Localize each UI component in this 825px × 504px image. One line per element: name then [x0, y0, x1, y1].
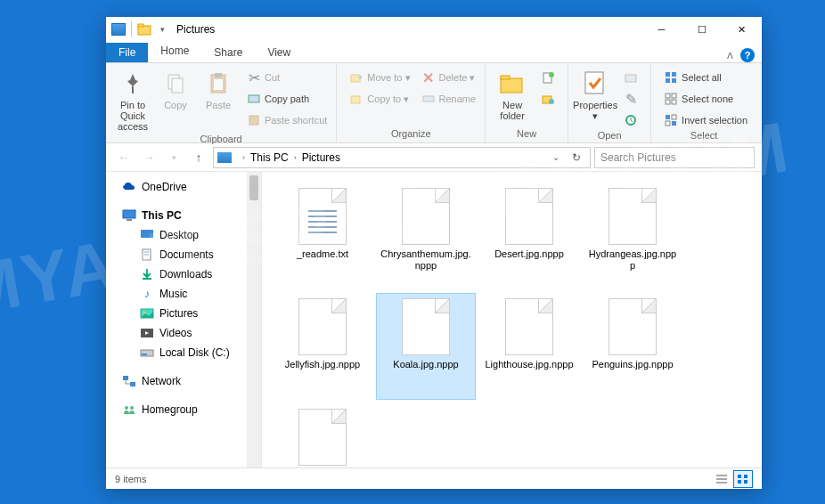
rename-button[interactable]: Rename [418, 89, 480, 109]
file-item[interactable]: Tulips.jpg.nppp [273, 403, 372, 467]
view-icons-button[interactable] [733, 470, 753, 488]
new-folder-button[interactable]: New folder [491, 68, 534, 123]
delete-button[interactable]: ✕Delete ▾ [418, 68, 480, 87]
separator [131, 21, 132, 37]
videos-icon [140, 326, 154, 340]
tab-home[interactable]: Home [148, 41, 201, 62]
path-thispc[interactable]: This PC [250, 151, 289, 164]
downloads-icon [140, 267, 154, 281]
up-button[interactable]: ↑ [188, 147, 209, 168]
new-item-icon [541, 70, 555, 85]
nav-videos[interactable]: Videos [106, 323, 261, 343]
maximize-button[interactable]: ☐ [682, 17, 722, 42]
select-all-button[interactable]: Select all [660, 68, 751, 87]
select-group-label: Select [657, 130, 751, 142]
recent-dropdown[interactable]: ▾ [163, 147, 184, 168]
select-none-icon [664, 92, 678, 106]
blank-file-icon [505, 188, 553, 245]
file-item[interactable]: Hydrangeas.jpg.nppp [583, 183, 682, 289]
file-label: Penguins.jpg.nppp [592, 359, 673, 370]
path-box[interactable]: › This PC › Pictures ⌄ ↻ [213, 147, 591, 168]
pc-icon [122, 208, 136, 223]
cut-icon: ✂ [247, 70, 261, 85]
svg-rect-36 [141, 230, 153, 238]
chevron-icon[interactable]: › [294, 153, 297, 162]
copy-to-button[interactable]: Copy to ▾ [346, 89, 413, 109]
file-item[interactable]: _readme.txt [273, 183, 372, 289]
file-label: Desert.jpg.nppp [494, 248, 564, 260]
blank-file-icon [402, 188, 450, 245]
nav-downloads[interactable]: Downloads [106, 264, 261, 284]
nav-localdisk[interactable]: Local Disk (C:) [106, 343, 261, 362]
view-details-button[interactable] [712, 470, 731, 488]
pin-quick-access-button[interactable]: Pin to Quick access [111, 68, 154, 134]
move-to-icon [349, 70, 363, 85]
svg-point-16 [549, 72, 554, 77]
svg-rect-23 [672, 72, 676, 77]
file-item[interactable]: Chrysanthemum.jpg.nppp [376, 183, 476, 289]
file-item[interactable]: Desert.jpg.nppp [479, 183, 579, 289]
qat-folder-icon[interactable] [137, 22, 151, 37]
easy-access-icon [541, 92, 555, 106]
copy-path-icon [247, 92, 261, 106]
scroll-thumb[interactable] [249, 175, 258, 200]
search-input[interactable]: Search Pictures [594, 147, 755, 168]
file-item[interactable]: Lighthouse.jpg.nppp [479, 293, 579, 400]
nav-thispc[interactable]: This PC [106, 206, 261, 225]
organize-group-label: Organize [342, 128, 479, 141]
close-button[interactable]: ✕ [722, 17, 762, 42]
nav-music[interactable]: ♪Music [106, 284, 261, 304]
open-button[interactable] [620, 68, 645, 87]
tab-view[interactable]: View [255, 43, 303, 62]
nav-scrollbar[interactable] [247, 172, 261, 467]
nav-onedrive[interactable]: OneDrive [106, 177, 261, 197]
file-label: _readme.txt [297, 248, 348, 260]
copy-path-button[interactable]: Copy path [243, 89, 331, 109]
minimize-button[interactable]: ─ [641, 17, 682, 42]
invert-selection-button[interactable]: Invert selection [660, 110, 751, 130]
history-button[interactable] [620, 110, 645, 130]
content-area: OneDrive This PC Desktop Documents Downl… [106, 172, 762, 467]
network-icon [122, 374, 136, 388]
new-item-button[interactable] [537, 68, 562, 87]
paste-shortcut-button[interactable]: Paste shortcut [243, 110, 331, 130]
tab-share[interactable]: Share [201, 43, 255, 62]
copy-button[interactable]: Copy [154, 68, 197, 112]
properties-button[interactable]: Properties▾ [574, 68, 617, 123]
svg-rect-29 [672, 100, 676, 104]
nav-homegroup[interactable]: Homegroup [106, 400, 261, 419]
status-bar: 9 items [106, 467, 762, 489]
file-item[interactable]: Penguins.jpg.nppp [583, 293, 682, 400]
collapse-ribbon-icon[interactable]: ᐱ [727, 51, 733, 61]
help-icon[interactable]: ? [740, 48, 755, 62]
paste-button[interactable]: Paste [197, 68, 240, 112]
path-dropdown-icon[interactable]: ⌄ [545, 147, 567, 168]
files-panel[interactable]: _readme.txtChrysanthemum.jpg.npppDesert.… [262, 172, 762, 467]
easy-access-button[interactable] [537, 89, 562, 109]
paste-label: Paste [206, 100, 231, 110]
nav-network[interactable]: Network [106, 371, 261, 391]
svg-rect-26 [666, 93, 670, 98]
back-button[interactable]: ← [113, 147, 135, 168]
nav-pictures[interactable]: Pictures [106, 304, 261, 323]
cut-button[interactable]: ✂Cut [243, 68, 331, 87]
select-none-button[interactable]: Select none [660, 89, 751, 109]
ribbon: Pin to Quick access Copy Paste ✂Cut Copy… [106, 63, 762, 143]
file-item[interactable]: Jellyfish.jpg.nppp [273, 293, 372, 400]
refresh-button[interactable]: ↻ [567, 151, 586, 164]
path-pictures[interactable]: Pictures [302, 151, 340, 164]
nav-desktop[interactable]: Desktop [106, 225, 261, 245]
svg-rect-10 [351, 75, 360, 82]
blank-file-icon [609, 298, 657, 355]
move-to-button[interactable]: Move to ▾ [346, 68, 413, 87]
forward-button[interactable]: → [138, 147, 159, 168]
edit-button[interactable]: ✎ [620, 89, 645, 109]
nav-documents[interactable]: Documents [106, 245, 261, 264]
svg-rect-13 [501, 78, 522, 93]
pin-icon [118, 69, 147, 98]
tab-file[interactable]: File [106, 43, 148, 62]
ribbon-group-new: New folder New [486, 63, 568, 142]
file-item[interactable]: Koala.jpg.nppp [376, 293, 476, 400]
chevron-icon[interactable]: › [242, 153, 245, 162]
qat-dropdown-icon[interactable]: ▾ [155, 22, 169, 37]
